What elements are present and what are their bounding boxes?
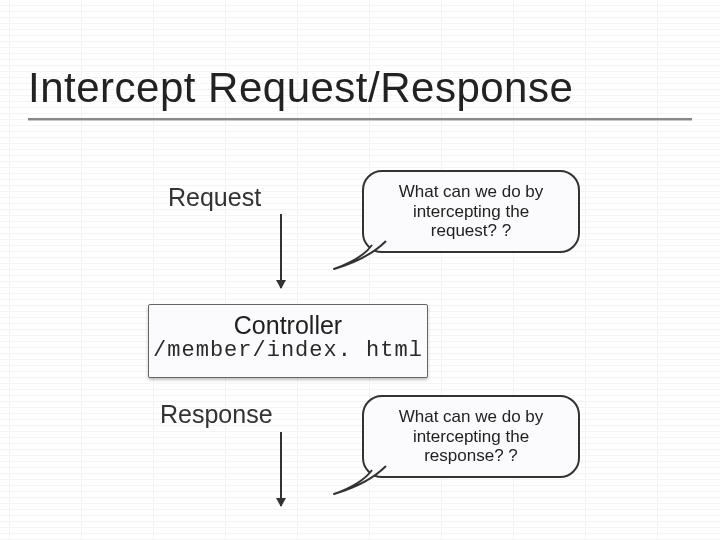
label-request: Request xyxy=(168,183,261,212)
callout-request: What can we do by intercepting the reque… xyxy=(362,170,580,253)
speech-tail-icon xyxy=(328,239,398,273)
speech-tail-icon xyxy=(328,464,398,498)
controller-path: /member/index. html xyxy=(149,338,427,363)
callout-response: What can we do by intercepting the respo… xyxy=(362,395,580,478)
page-title: Intercept Request/Response xyxy=(28,64,573,112)
label-response: Response xyxy=(160,400,273,429)
arrow-request-down xyxy=(280,214,282,288)
title-divider xyxy=(28,118,692,120)
controller-box: Controller /member/index. html xyxy=(148,304,428,378)
callout-request-text: What can we do by intercepting the reque… xyxy=(399,182,544,240)
arrow-response-down xyxy=(280,432,282,506)
diagram-stage: Intercept Request/Response Request What … xyxy=(0,0,720,540)
callout-response-text: What can we do by intercepting the respo… xyxy=(399,407,544,465)
controller-title: Controller xyxy=(149,311,427,340)
